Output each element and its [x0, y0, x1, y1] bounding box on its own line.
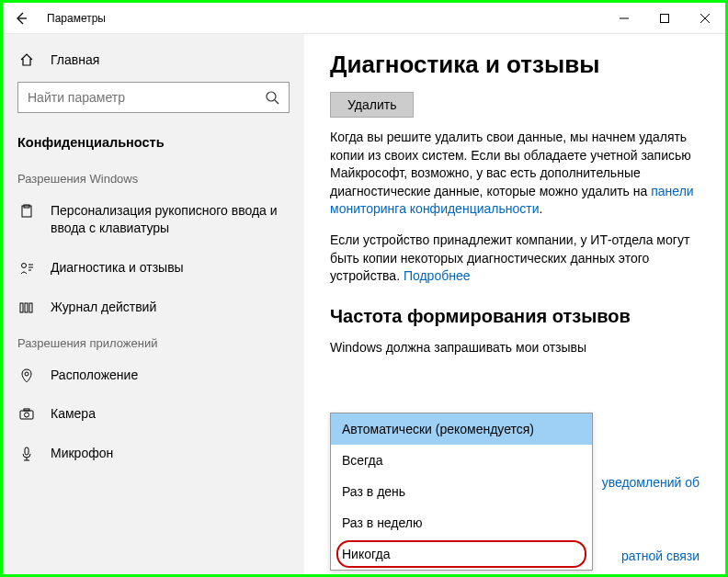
content-area: Диагностика и отзывы Удалить Когда вы ре…	[304, 34, 725, 574]
arrow-left-icon	[14, 11, 28, 26]
sidebar-item-location[interactable]: Расположение	[3, 356, 304, 395]
sidebar-item-label: Диагностика и отзывы	[51, 259, 184, 277]
window-title: Параметры	[47, 12, 106, 25]
home-link[interactable]: Главная	[3, 47, 304, 73]
search-input[interactable]	[28, 90, 265, 105]
camera-icon	[17, 407, 36, 422]
svg-point-4	[22, 263, 27, 267]
current-section-label: Конфиденциальность	[3, 126, 304, 163]
clipboard-icon	[17, 204, 36, 219]
search-icon	[265, 90, 279, 105]
svg-point-8	[25, 372, 28, 376]
sidebar-item-label: Журнал действий	[51, 299, 156, 316]
activity-icon	[17, 300, 36, 315]
feedback-frequency-heading: Частота формирования отзывов	[330, 306, 700, 327]
microphone-icon	[17, 447, 36, 461]
group-app-permissions: Разрешения приложений	[3, 327, 304, 356]
delete-button[interactable]: Удалить	[330, 92, 414, 118]
dropdown-option-weekly[interactable]: Раз в неделю	[331, 507, 592, 538]
sidebar-item-microphone[interactable]: Микрофон	[3, 434, 304, 473]
dropdown-option-daily[interactable]: Раз в день	[331, 476, 592, 507]
maximize-button[interactable]	[644, 3, 685, 34]
svg-rect-11	[24, 409, 29, 411]
feedback-hub-link-fragment[interactable]: ратной связи	[621, 549, 700, 563]
svg-point-1	[267, 92, 276, 101]
maximize-icon	[660, 14, 669, 23]
back-button[interactable]	[3, 3, 40, 34]
dropdown-option-never[interactable]: Никогда	[331, 538, 592, 570]
feedback-frequency-label: Windows должна запрашивать мои отзывы	[330, 340, 700, 355]
page-title: Диагностика и отзывы	[330, 51, 700, 79]
group-windows-permissions: Разрешения Windows	[3, 163, 304, 191]
window-controls	[604, 3, 725, 34]
sidebar-item-label: Камера	[51, 405, 96, 423]
notifications-link-fragment[interactable]: уведомлений об	[602, 475, 700, 490]
svg-rect-5	[20, 303, 23, 312]
svg-rect-0	[661, 14, 669, 22]
feedback-frequency-dropdown[interactable]: Автоматически (рекомендуется) Всегда Раз…	[330, 413, 593, 571]
delete-description: Когда вы решите удалить свои данные, мы …	[330, 129, 700, 219]
close-icon	[700, 14, 710, 23]
minimize-button[interactable]	[604, 3, 644, 34]
sidebar-item-label: Микрофон	[51, 445, 113, 462]
titlebar: Параметры	[3, 3, 725, 34]
minimize-icon	[620, 14, 629, 23]
home-icon	[17, 52, 36, 67]
feedback-icon	[17, 261, 36, 276]
sidebar-item-label: Персонализация рукописного ввода и ввода…	[51, 202, 290, 237]
svg-rect-9	[20, 411, 33, 419]
sidebar-item-diagnostics[interactable]: Диагностика и отзывы	[3, 248, 304, 288]
learn-more-link[interactable]: Подробнее	[404, 268, 471, 283]
home-label: Главная	[51, 52, 99, 67]
search-box[interactable]	[17, 82, 290, 113]
svg-rect-6	[25, 303, 28, 312]
svg-rect-12	[25, 447, 28, 455]
dropdown-option-always[interactable]: Всегда	[331, 445, 592, 476]
org-description: Если устройство принадлежит компании, у …	[330, 232, 700, 286]
sidebar-item-inking[interactable]: Персонализация рукописного ввода и ввода…	[3, 191, 304, 248]
svg-point-10	[25, 413, 29, 417]
sidebar: Главная Конфиденциальность Разрешения Wi…	[3, 34, 304, 574]
close-button[interactable]	[685, 3, 725, 34]
sidebar-item-camera[interactable]: Камера	[3, 394, 304, 434]
sidebar-item-label: Расположение	[51, 367, 138, 384]
svg-rect-7	[29, 303, 32, 312]
sidebar-item-activity[interactable]: Журнал действий	[3, 288, 304, 327]
location-icon	[17, 368, 36, 383]
dropdown-option-auto[interactable]: Автоматически (рекомендуется)	[331, 413, 592, 445]
